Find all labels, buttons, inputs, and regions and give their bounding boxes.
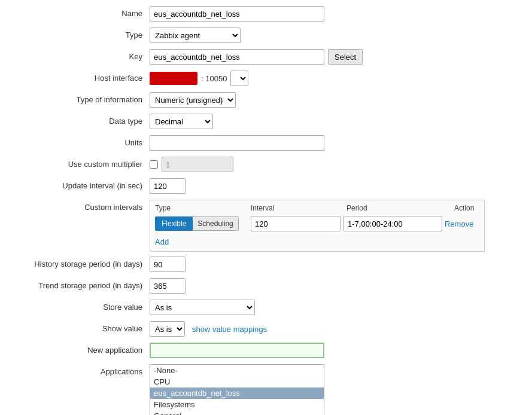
form-container: Name Type Zabbix agent Zabbix agent (act… [0,0,532,415]
list-item[interactable]: eus_accountdb_net_loss [150,387,324,399]
update-interval-input[interactable] [150,178,186,194]
custom-intervals-label: Custom intervals [12,200,150,212]
custom-multiplier-label: Use custom multiplier [12,157,150,169]
store-value-label: Store value [12,300,150,312]
list-item[interactable]: -None- [150,365,324,376]
data-type-label: Data type [12,114,150,126]
host-interface-label: Host interface [12,71,150,83]
host-port-text: : 10050 [201,74,227,83]
units-input[interactable] [150,135,324,151]
host-interface-box: : 10050 [150,71,248,86]
new-application-field [150,343,520,358]
store-value-field: As is Delta (speed per second) Delta (si… [150,300,520,315]
trend-row: Trend storage period (in days) [12,278,520,295]
name-input[interactable] [150,6,324,22]
type-of-info-select[interactable]: Numeric (unsigned) Numeric (float) Chara… [150,92,236,108]
type-of-info-label: Type of information [12,92,150,104]
name-row: Name [12,6,520,23]
custom-multiplier-input[interactable] [162,157,233,172]
ci-period-input[interactable] [343,216,442,231]
custom-intervals-row: Custom intervals Type Interval Period Ac… [12,200,520,252]
data-type-select[interactable]: Decimal Octal Hexadecimal Boolean [150,114,213,129]
custom-intervals-field: Type Interval Period Action Flexible Sch… [150,200,520,252]
host-interface-field: : 10050 [150,71,520,86]
ci-add-button[interactable]: Add [155,236,169,248]
units-field [150,135,520,151]
ci-remove-button[interactable]: Remove [442,219,476,228]
show-value-row: Show value As is show value mappings [12,321,520,338]
list-item[interactable]: General [150,410,324,415]
applications-row: Applications -None-CPUeus_accountdb_net_… [12,364,520,415]
update-interval-label: Update interval (in sec) [12,178,150,190]
trend-input[interactable] [150,278,186,294]
new-application-input[interactable] [150,343,324,358]
show-value-select[interactable]: As is [150,321,185,337]
ci-col-type: Type [155,204,251,212]
history-row: History storage period (in days) [12,257,520,273]
name-label: Name [12,6,150,18]
ci-col-action: Action [454,204,479,212]
trend-label: Trend storage period (in days) [12,278,150,290]
applications-list[interactable]: -None-CPUeus_accountdb_net_lossFilesyste… [150,364,324,415]
ci-col-interval: Interval [251,204,346,212]
custom-intervals-container: Type Interval Period Action Flexible Sch… [150,200,485,252]
trend-field [150,278,520,294]
data-type-field: Decimal Octal Hexadecimal Boolean [150,114,520,129]
history-label: History storage period (in days) [12,257,150,268]
type-select[interactable]: Zabbix agent Zabbix agent (active) Simpl… [150,28,241,43]
list-item[interactable]: Filesystems [150,399,324,410]
type-field: Zabbix agent Zabbix agent (active) Simpl… [150,28,520,43]
show-value-field: As is show value mappings [150,321,520,337]
key-row: Key Select [12,49,520,66]
type-label: Type [12,28,150,39]
store-value-select[interactable]: As is Delta (speed per second) Delta (si… [150,300,255,315]
ci-col-period: Period [346,204,454,212]
type-of-info-row: Type of information Numeric (unsigned) N… [12,92,520,109]
type-row: Type Zabbix agent Zabbix agent (active) … [12,28,520,44]
name-field [150,6,520,22]
applications-field: -None-CPUeus_accountdb_net_lossFilesyste… [150,364,520,415]
host-ip-redacted [150,72,197,85]
applications-label: Applications [12,364,150,376]
flexible-button[interactable]: Flexible [155,216,193,231]
show-value-mappings-link[interactable]: show value mappings [192,325,267,334]
units-label: Units [12,135,150,147]
list-item[interactable]: CPU [150,376,324,387]
store-value-row: Store value As is Delta (speed per secon… [12,300,520,316]
history-input[interactable] [150,257,186,272]
history-field [150,257,520,272]
key-label: Key [12,49,150,61]
custom-multiplier-row: Use custom multiplier [12,157,520,173]
key-field: Select [150,49,520,65]
update-interval-row: Update interval (in sec) [12,178,520,195]
data-type-row: Data type Decimal Octal Hexadecimal Bool… [12,114,520,130]
new-application-label: New application [12,343,150,355]
custom-multiplier-checkbox[interactable] [150,160,158,169]
ci-add-row: Add [155,234,479,248]
type-of-info-field: Numeric (unsigned) Numeric (float) Chara… [150,92,520,108]
ci-interval-input[interactable] [251,216,341,231]
key-select-button[interactable]: Select [328,49,363,65]
update-interval-field [150,178,520,194]
host-interface-select[interactable] [230,71,248,86]
show-value-label: Show value [12,321,150,333]
ci-header: Type Interval Period Action [155,204,479,212]
ci-row-1: Flexible Scheduling Remove [155,216,479,231]
new-application-row: New application [12,343,520,359]
custom-multiplier-field [150,157,520,172]
ci-type-buttons: Flexible Scheduling [155,216,248,231]
scheduling-button[interactable]: Scheduling [193,216,238,231]
host-interface-row: Host interface : 10050 [12,71,520,87]
key-input[interactable] [150,49,324,65]
units-row: Units [12,135,520,152]
